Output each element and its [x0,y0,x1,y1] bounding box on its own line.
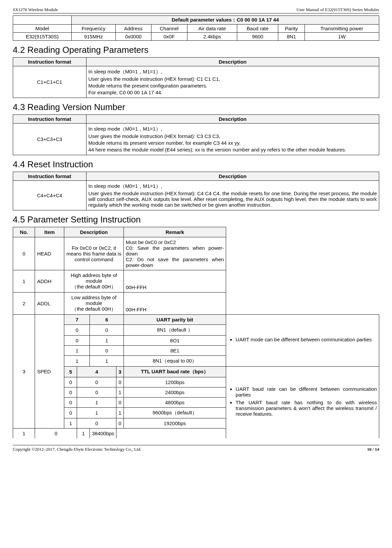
b-r0c3: 1200bps [123,377,226,387]
s42-d2: Module returns the present configuration… [88,83,377,89]
s43-d0: In sleep mode（M0=1，M1=1）, [88,126,377,132]
header-left: SX1276 Wireless Module [13,7,58,12]
b-r4c0: 1 [64,418,77,429]
t1-h7: Transmitting power [305,25,379,33]
s45-r1-desc: High address byte of module （the default… [64,270,123,293]
parity-remark: UART mode can be different between commu… [226,315,379,367]
header-right: User Manual of E32(915T30S) Series Modul… [296,7,379,12]
s42-fmt: C1+C1+C1 [13,66,86,98]
p-r1c2: 8O1 [123,336,226,346]
footer-right: 10 / 14 [367,447,379,452]
t1-h2: Address [115,25,151,33]
s45-r2-desc: Low address byte of module （the default … [64,293,123,315]
s45-r3-item: SPED [35,315,64,429]
footer-left: Copyright ©2012–2017, Chengdu Ebyte Elec… [13,447,141,452]
b-r4c2: 0 [116,418,123,429]
t1-h6: Parity [278,25,305,33]
baud-remark: UART baud rate can be different between … [226,367,379,439]
s44-desc: In sleep mode（M0=1，M1=1）, User gives the… [86,181,379,210]
s42-d1: User gives the module instruction (HEX f… [88,76,377,82]
page-header: SX1276 Wireless Module User Manual of E3… [13,7,379,13]
b-r0c1: 0 [77,377,116,387]
s45-r2-item: ADDL [35,293,64,315]
t1-r4: 2.4kbps [187,33,237,41]
b-r2c3: 4800bps [123,398,226,408]
b-r4c1: 0 [77,418,116,429]
s43-d2: Module returns its present version numbe… [88,140,377,146]
s42-desc: In sleep mode（M0=1，M1=1）, User gives the… [86,66,379,98]
s45-r0-item: HEAD [35,237,64,270]
s44-d0: In sleep mode（M0=1，M1=1）, [88,183,377,190]
sec43-table: Instruction formatDescription C3+C3+C3 I… [13,114,379,155]
sec-43-title: 4.3 Reading Version Number [13,102,379,112]
p-r1c1: 1 [90,336,123,346]
t1-h4: Air data rate [187,25,237,33]
s44-h0: Instruction format [13,172,86,181]
p-r1c0: 0 [64,336,90,346]
sec42-table: Instruction formatDescription C1+C1+C1 I… [13,57,379,98]
baud-h2: 3 [116,367,123,377]
s42-h1: Description [86,58,379,66]
b-r2c1: 1 [77,398,116,408]
sec45-table: No. Item Description Remark 0 HEAD Fix 0… [13,227,379,438]
t1-r1: 915MHz [71,33,115,41]
sec-44-title: 4.4 Reset Instruction [13,159,379,170]
parity-remark-li: UART mode can be different between commu… [236,337,377,342]
b-r0c2: 0 [116,377,123,387]
p-r2c1: 0 [90,346,123,356]
baud-h1: 4 [77,367,116,377]
sec-42-title: 4.2 Reading Operating Parameters [13,45,379,55]
s44-d1: User gives the module instruction (HEX f… [88,191,377,208]
b-r1c1: 0 [77,387,116,398]
s45-r0-no: 0 [13,237,35,270]
s45-h2: Description [64,227,123,237]
s43-h0: Instruction format [13,115,86,124]
s45-r0-desc: Fix 0xC0 or 0xC2, it means this frame da… [64,237,123,270]
sec-45-title: 4.5 Parameter Setting Instruction [13,214,379,225]
s45-r2-remark: 00H-FFH [123,293,226,315]
s43-desc: In sleep mode（M0=1，M1=1）, User gives the… [86,124,379,155]
s45-r1-item: ADDH [35,270,64,293]
b-r3c3: 9600bps（default） [123,408,226,418]
s44-h1: Description [86,172,379,181]
s43-d3: 44 here means the module model (E44 seri… [88,147,377,152]
b-r5c0: 1 [13,429,35,439]
s45-r1-remark: 00H-FFH [123,270,226,293]
s42-d3: For example, C0 00 00 1A 17 44. [88,90,377,95]
t1-r2: 0x0000 [115,33,151,41]
b-r1c3: 2400bps [123,387,226,398]
t1-r3: 0x0F [151,33,187,41]
b-r1c0: 0 [64,387,77,398]
t1-r0: E32(915T30S) [13,33,72,41]
s43-d1: User gives the module instruction (HEX f… [88,133,377,139]
parity-h0: 7 [64,315,90,325]
b-r1c2: 1 [116,387,123,398]
s45-r0-remark: Must be 0xC0 or 0xC2 C0: Save the parame… [123,237,226,270]
p-r2c0: 1 [64,346,90,356]
b-r3c2: 1 [116,408,123,418]
b-r3c1: 1 [77,408,116,418]
page-footer: Copyright ©2012–2017, Chengdu Ebyte Elec… [13,445,379,452]
baud-h3: TTL UART baud rate（bps） [123,367,226,377]
parity-h1: 6 [90,315,123,325]
t1-h1: Frequency [71,25,115,33]
parity-h2: UART parity bit [123,315,226,325]
s43-fmt: C3+C3+C3 [13,124,86,155]
b-r2c0: 0 [64,398,77,408]
p-r3c0: 1 [64,356,90,367]
s45-r3-no: 3 [13,315,35,429]
b-r3c0: 0 [64,408,77,418]
t1-h5: Baud rate [237,25,278,33]
default-param-table: Default parameter values：C0 00 00 1A 17 … [13,15,379,41]
s43-h1: Description [86,115,379,124]
baud-remark-0: UART baud rate can be different between … [236,386,377,398]
s45-h3: Remark [123,227,226,237]
b-r5c3: 38400bps [90,429,116,439]
t1-r6: 8N1 [278,33,305,41]
baud-h0: 5 [64,367,77,377]
p-r0c1: 0 [90,325,123,336]
s42-d0: In sleep mode（M0=1，M1=1）, [88,69,377,75]
p-r2c2: 8E1 [123,346,226,356]
t1-title: Default parameter values：C0 00 00 1A 17 … [71,16,379,25]
sec44-table: Instruction formatDescription C4+C4+C4 I… [13,172,379,210]
